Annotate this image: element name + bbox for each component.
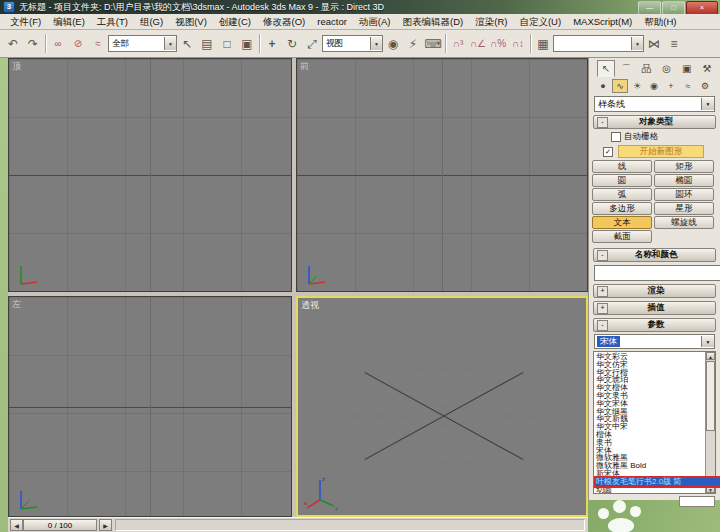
shape-button[interactable]: 螺旋线 [654, 216, 714, 229]
systems-category-icon[interactable]: ⚙ [697, 79, 713, 93]
collapse-icon[interactable]: - [597, 117, 608, 128]
shape-button[interactable]: 圆 [592, 174, 652, 187]
font-dropdown[interactable]: 宋体 ▼ [594, 334, 715, 349]
lights-category-icon[interactable]: ☀ [629, 79, 645, 93]
viewport-perspective-active[interactable]: 透视 [296, 296, 588, 517]
menu-item[interactable]: 图表编辑器(D) [397, 14, 470, 29]
shape-button[interactable]: 文本 [592, 216, 652, 229]
menu-item[interactable]: 编辑(E) [47, 14, 91, 29]
scroll-up-icon[interactable]: ▲ [706, 352, 715, 360]
align-icon[interactable]: ≡ [664, 33, 684, 54]
font-list-item[interactable]: 叶根友毛笔行书2.0版 简 [596, 478, 720, 486]
chevron-down-icon[interactable]: ▼ [370, 37, 382, 50]
start-new-shape-button[interactable]: 开始新图形 [618, 145, 704, 158]
snap-toggle-3d-icon[interactable]: ∩³ [448, 33, 468, 54]
menu-item[interactable]: 修改器(O) [257, 14, 311, 29]
viewport-top[interactable]: 顶 [8, 58, 292, 292]
menu-item[interactable]: 组(G) [134, 14, 169, 29]
rollout-interpolation[interactable]: + 插值 [593, 301, 716, 315]
spacewarps-category-icon[interactable]: ≈ [680, 79, 696, 93]
select-by-name-icon[interactable]: ▤ [197, 33, 217, 54]
expand-icon[interactable]: + [597, 286, 608, 297]
viewport-left[interactable]: 左 [8, 296, 292, 517]
start-new-shape-checkbox[interactable]: ✓ [603, 147, 613, 157]
utilities-tab-icon[interactable]: ⚒ [698, 60, 716, 77]
redo-icon[interactable]: ↷ [23, 33, 43, 54]
named-selection-dropdown[interactable]: ▼ [553, 35, 644, 52]
scroll-down-icon[interactable]: ▼ [706, 485, 715, 493]
shape-category-dropdown[interactable]: 样条线 ▼ [594, 96, 715, 112]
select-object-icon[interactable]: ↖ [177, 33, 197, 54]
rollout-parameters[interactable]: - 参数 [593, 318, 716, 332]
shape-button[interactable]: 弧 [592, 188, 652, 201]
menu-item[interactable]: 创建(C) [213, 14, 257, 29]
viewport-label[interactable]: 前 [300, 60, 309, 73]
modify-tab-icon[interactable]: ⌒ [617, 60, 635, 77]
chevron-down-icon[interactable]: ▼ [701, 98, 714, 110]
font-list-item[interactable]: 隶书 [596, 439, 715, 447]
rollout-rendering[interactable]: + 渲染 [593, 284, 716, 298]
select-and-link-icon[interactable]: ∞ [48, 33, 68, 54]
chevron-down-icon[interactable]: ▼ [701, 336, 714, 347]
display-tab-icon[interactable]: ▣ [678, 60, 696, 77]
maximize-button[interactable]: □ [662, 1, 685, 15]
next-frame-icon[interactable]: ▶ [99, 519, 112, 531]
list-scrollbar[interactable]: ▲ ▼ [705, 352, 715, 493]
hierarchy-tab-icon[interactable]: 品 [637, 60, 655, 77]
create-tab-icon[interactable]: ↖ [597, 60, 615, 77]
shape-button[interactable]: 截面 [592, 230, 652, 243]
rollout-name-color[interactable]: - 名称和颜色 [593, 248, 716, 262]
keyboard-override-icon[interactable]: ⌨ [423, 33, 443, 54]
shape-button[interactable]: 圆环 [654, 188, 714, 201]
shape-button[interactable]: 椭圆 [654, 174, 714, 187]
viewport-label[interactable]: 顶 [12, 60, 21, 73]
crossing-selection-icon[interactable]: ▣ [237, 33, 257, 54]
undo-icon[interactable]: ↶ [3, 33, 23, 54]
use-center-icon[interactable]: ◉ [383, 33, 403, 54]
geometry-category-icon[interactable]: ● [595, 79, 611, 93]
time-slider-thumb[interactable]: 0 / 100 [23, 519, 97, 531]
shape-button[interactable]: 星形 [654, 202, 714, 215]
size-spinner[interactable] [679, 496, 715, 507]
collapse-icon[interactable]: - [597, 320, 608, 331]
menu-item[interactable]: 帮助(H) [638, 14, 682, 29]
menu-item[interactable]: reactor [311, 14, 353, 29]
expand-icon[interactable]: + [597, 303, 608, 314]
autogrid-checkbox[interactable] [611, 132, 621, 142]
angle-snap-icon[interactable]: ∩∠ [468, 33, 488, 54]
font-list-item[interactable]: 华文中宋 [596, 423, 715, 431]
menu-item[interactable]: MAXScript(M) [567, 14, 638, 29]
rectangular-selection-region-icon[interactable]: □ [217, 33, 237, 54]
move-icon[interactable]: + [262, 33, 282, 54]
chevron-down-icon[interactable]: ▼ [631, 37, 643, 50]
rotate-icon[interactable]: ↻ [282, 33, 302, 54]
shape-button[interactable]: 矩形 [654, 160, 714, 173]
font-list-item[interactable]: 楷体 [596, 431, 715, 439]
time-slider-track[interactable] [115, 519, 585, 531]
menu-item[interactable]: 文件(F) [4, 14, 47, 29]
spinner-snap-icon[interactable]: ∩↕ [508, 33, 528, 54]
viewport-label[interactable]: 透视 [301, 299, 319, 312]
reference-coordinate-dropdown[interactable]: 视图 ▼ [322, 35, 383, 52]
menu-item[interactable]: 渲染(R) [469, 14, 513, 29]
scrollbar-thumb[interactable] [706, 361, 715, 431]
rollout-object-type[interactable]: - 对象类型 [593, 115, 716, 129]
motion-tab-icon[interactable]: ◎ [658, 60, 676, 77]
viewport-front[interactable]: 前 [296, 58, 588, 292]
menu-item[interactable]: 工具(T) [91, 14, 134, 29]
viewport-label[interactable]: 左 [12, 298, 21, 311]
object-name-input[interactable] [594, 265, 720, 281]
mirror-icon[interactable]: ⋈ [644, 33, 664, 54]
shapes-category-icon[interactable]: ∿ [612, 79, 628, 93]
selection-filter-dropdown[interactable]: 全部 ▼ [108, 35, 177, 52]
edit-named-selections-icon[interactable]: ▦ [533, 33, 553, 54]
menu-item[interactable]: 动画(A) [353, 14, 397, 29]
shape-button[interactable]: 多边形 [592, 202, 652, 215]
close-button[interactable]: × [686, 1, 718, 15]
collapse-icon[interactable]: - [597, 250, 608, 261]
font-list-item[interactable]: 幼圆 [596, 486, 715, 494]
shape-button[interactable]: 线 [592, 160, 652, 173]
previous-frame-icon[interactable]: ◀ [10, 519, 23, 531]
manipulate-icon[interactable]: ⚡ [403, 33, 423, 54]
bind-to-space-warp-icon[interactable]: ≈ [88, 33, 108, 54]
